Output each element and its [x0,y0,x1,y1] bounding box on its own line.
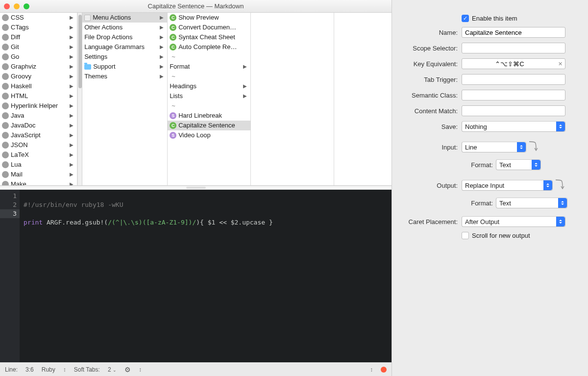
bundle-item[interactable]: LaTeX▶ [0,150,77,160]
output-select[interactable]: Replace Input [462,180,553,191]
bundle-item[interactable]: CSS▶ [0,13,77,23]
input-label: Input: [399,144,462,151]
clear-key-icon[interactable]: ✕ [558,61,563,67]
bundle-icon [2,83,9,90]
action-item[interactable]: CConvert Documen… [168,23,250,32]
updown-icon[interactable] [139,366,142,373]
scroll-new-output-label: Scroll for new output [472,232,530,239]
minimize-icon[interactable] [14,3,20,9]
updown-icon[interactable] [63,366,66,373]
save-select[interactable]: Nothing [462,121,565,132]
bundle-item[interactable]: Git▶ [0,42,77,52]
checkbox-icon[interactable]: ✓ [462,15,469,22]
name-label: Name: [399,29,462,36]
list-item-label: CTags [11,24,29,31]
list-item-label: Graphviz [11,63,36,71]
bundle-item[interactable]: Groovy▶ [0,72,77,81]
separator: ~ [168,72,250,81]
category-item[interactable]: Other Actions▶ [82,23,167,32]
list-item-label: Support [93,63,116,71]
column-actions: CShow PreviewCConvert Documen…CSyntax Ch… [168,13,251,185]
category-item[interactable]: Settings▶ [82,52,167,62]
bundle-item[interactable]: Go▶ [0,52,77,62]
bundle-icon [2,24,9,31]
code-editor[interactable]: 1 2 3 #!/usr/bin/env ruby18 -wKU print A… [0,190,392,362]
action-item[interactable]: CShow Preview [168,13,250,23]
list-item-label: JSON [11,141,28,149]
action-item[interactable]: Format▶ [168,62,250,72]
input-select[interactable]: Line [462,142,526,152]
scrollbar[interactable] [77,13,82,185]
zoom-icon[interactable] [24,3,29,9]
action-item[interactable]: CSyntax Cheat Sheet [168,32,250,42]
category-item[interactable]: Language Grammars▶ [82,42,167,52]
gear-icon[interactable] [124,366,131,374]
bundle-icon [2,44,9,50]
action-item[interactable]: Lists▶ [168,91,250,101]
bundle-item[interactable]: Mail▶ [0,170,77,179]
content-match-field[interactable] [462,105,565,116]
column-categories: Menu Actions▶Other Actions▶File Drop Act… [82,13,168,185]
action-item[interactable]: CCapitalize Sentence [168,121,250,130]
line-number: 2 [0,201,17,209]
category-item[interactable]: Support▶ [82,62,167,72]
list-item-label: Settings [84,53,107,61]
bundle-icon [2,73,9,80]
bundle-item[interactable]: Lua▶ [0,160,77,170]
name-field[interactable] [462,27,565,38]
bundle-item[interactable]: Java▶ [0,111,77,121]
action-item[interactable]: Headings▶ [168,81,250,91]
command-icon: C [170,34,176,41]
bundle-icon [2,63,9,70]
command-icon: C [170,24,176,31]
bundle-icon [2,161,9,168]
bundle-item[interactable]: CTags▶ [0,23,77,32]
key-equivalent-field[interactable] [462,58,565,69]
caret-placement-select[interactable]: After Output [462,216,565,227]
scrollbar-thumb[interactable] [78,15,82,88]
chevron-right-icon: ▶ [70,82,75,90]
bundle-item[interactable]: Graphviz▶ [0,62,77,72]
bundle-icon [2,122,9,129]
category-item[interactable]: Menu Actions▶ [82,13,167,23]
bundle-item[interactable]: JavaScript▶ [0,130,77,140]
code-content[interactable]: #!/usr/bin/env ruby18 -wKU print ARGF.re… [24,192,390,236]
category-item[interactable]: File Drop Actions▶ [82,32,167,42]
bundle-item[interactable]: Diff▶ [0,32,77,42]
bundle-item[interactable]: Make▶ [0,179,77,185]
action-item[interactable]: CAuto Complete Re… [168,42,250,52]
splitter-handle[interactable] [0,186,392,190]
bundle-item[interactable]: Haskell▶ [0,81,77,91]
chevron-right-icon: ▶ [70,161,75,169]
bundle-item[interactable]: JavaDoc▶ [0,121,77,130]
tab-trigger-field[interactable] [462,74,565,85]
category-item[interactable]: Themes▶ [82,72,167,81]
status-line-col[interactable]: 3:6 [25,366,34,373]
enable-item-checkbox[interactable]: ✓ Enable this item [462,15,517,22]
bundle-browser: CSS▶CTags▶Diff▶Git▶Go▶Graphviz▶Groovy▶Ha… [0,13,392,186]
output-label: Output: [399,182,462,189]
status-language[interactable]: Ruby [42,366,55,373]
chevron-right-icon: ▶ [70,102,75,110]
output-format-select[interactable]: Text [496,198,567,208]
chevron-right-icon: ▶ [70,33,75,41]
status-tabsize[interactable]: 2 ⌄ [108,366,117,373]
chevron-right-icon: ▶ [160,43,165,51]
bundle-item[interactable]: JSON▶ [0,140,77,150]
action-item[interactable]: SVideo Loop [168,130,250,140]
close-icon[interactable] [4,3,10,9]
scroll-new-output-checkbox[interactable]: ✓ Scroll for new output [462,232,530,239]
action-item[interactable]: SHard Linebreak [168,111,250,121]
semantic-class-field[interactable] [462,90,565,100]
command-icon: C [170,14,176,21]
list-item-label: CSS [11,14,24,22]
bundle-icon [2,181,9,185]
flow-arrow-icon [528,140,539,154]
checkbox-icon[interactable]: ✓ [462,232,469,239]
bundle-item[interactable]: HTML▶ [0,91,77,101]
input-format-select[interactable]: Text [496,159,541,170]
updown-icon[interactable] [370,366,373,373]
record-icon[interactable] [381,367,387,373]
bundle-item[interactable]: Hyperlink Helper▶ [0,101,77,111]
scope-selector-field[interactable] [462,43,565,53]
